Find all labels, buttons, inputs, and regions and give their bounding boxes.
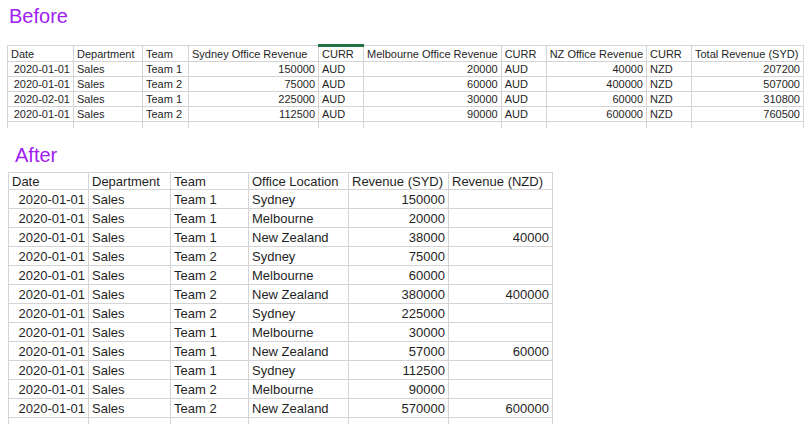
cell[interactable]: 90000: [349, 380, 449, 399]
cell[interactable]: 75000: [349, 247, 449, 266]
cell[interactable]: [449, 361, 553, 380]
cell[interactable]: 600000: [546, 107, 646, 122]
cell[interactable]: 150000: [189, 62, 319, 77]
cell[interactable]: [143, 122, 189, 129]
cell[interactable]: Team 2: [171, 304, 249, 323]
cell[interactable]: [189, 122, 319, 129]
cell[interactable]: Melbourne: [249, 209, 349, 228]
cell[interactable]: 225000: [349, 304, 449, 323]
cell[interactable]: 38000: [349, 228, 449, 247]
cell[interactable]: 2020-01-01: [9, 304, 89, 323]
cell[interactable]: [546, 122, 646, 129]
cell[interactable]: 507000: [692, 77, 804, 92]
cell[interactable]: AUD: [319, 77, 364, 92]
cell[interactable]: New Zealand: [249, 342, 349, 361]
column-header[interactable]: Revenue (SYD): [349, 173, 449, 190]
column-header[interactable]: Department: [74, 46, 143, 62]
cell[interactable]: Sales: [74, 62, 143, 77]
cell[interactable]: 2020-01-01: [9, 285, 89, 304]
cell[interactable]: 60000: [546, 92, 646, 107]
cell[interactable]: Sales: [89, 209, 171, 228]
cell[interactable]: 75000: [189, 77, 319, 92]
cell[interactable]: [501, 122, 546, 129]
cell[interactable]: 570000: [349, 399, 449, 418]
column-header[interactable]: CURR: [319, 46, 364, 62]
cell[interactable]: Team 2: [171, 285, 249, 304]
cell[interactable]: [449, 209, 553, 228]
column-header[interactable]: Total Revenue (SYD): [692, 46, 804, 62]
cell[interactable]: NZD: [647, 62, 692, 77]
cell[interactable]: 30000: [349, 323, 449, 342]
cell[interactable]: 2020-01-01: [9, 399, 89, 418]
cell[interactable]: 60000: [364, 77, 502, 92]
cell[interactable]: Team 1: [171, 228, 249, 247]
cell[interactable]: Sales: [89, 247, 171, 266]
column-header[interactable]: Revenue (NZD): [449, 173, 553, 190]
cell[interactable]: 112500: [189, 107, 319, 122]
cell[interactable]: 380000: [349, 285, 449, 304]
cell[interactable]: 150000: [349, 190, 449, 209]
cell[interactable]: 2020-01-01: [8, 77, 74, 92]
cell[interactable]: Sydney: [249, 190, 349, 209]
cell[interactable]: [692, 122, 804, 129]
cell[interactable]: 2020-01-01: [9, 209, 89, 228]
cell[interactable]: 2020-02-01: [8, 92, 74, 107]
cell[interactable]: [364, 122, 502, 129]
cell[interactable]: 225000: [189, 92, 319, 107]
cell[interactable]: Team 1: [171, 342, 249, 361]
column-header[interactable]: CURR: [501, 46, 546, 62]
cell[interactable]: Sales: [74, 77, 143, 92]
cell[interactable]: [449, 304, 553, 323]
cell[interactable]: Sydney: [249, 361, 349, 380]
cell[interactable]: [449, 380, 553, 399]
cell[interactable]: [449, 266, 553, 285]
cell[interactable]: Team 1: [143, 92, 189, 107]
cell[interactable]: 2020-01-01: [9, 228, 89, 247]
cell[interactable]: 2020-01-01: [9, 361, 89, 380]
cell[interactable]: [449, 247, 553, 266]
cell[interactable]: 400000: [449, 285, 553, 304]
cell[interactable]: Sales: [89, 342, 171, 361]
cell[interactable]: [171, 418, 249, 425]
cell[interactable]: 60000: [349, 266, 449, 285]
cell[interactable]: 400000: [546, 77, 646, 92]
cell[interactable]: AUD: [319, 62, 364, 77]
cell[interactable]: 60000: [449, 342, 553, 361]
column-header[interactable]: Team: [143, 46, 189, 62]
cell[interactable]: AUD: [501, 92, 546, 107]
cell[interactable]: 207200: [692, 62, 804, 77]
cell[interactable]: 2020-01-01: [9, 247, 89, 266]
cell[interactable]: 600000: [449, 399, 553, 418]
cell[interactable]: [249, 418, 349, 425]
cell[interactable]: [449, 190, 553, 209]
cell[interactable]: Team 2: [171, 380, 249, 399]
cell[interactable]: Team 1: [171, 361, 249, 380]
cell[interactable]: Melbourne: [249, 266, 349, 285]
cell[interactable]: 90000: [364, 107, 502, 122]
cell[interactable]: 20000: [349, 209, 449, 228]
cell[interactable]: Sales: [74, 92, 143, 107]
cell[interactable]: 40000: [546, 62, 646, 77]
cell[interactable]: Melbourne: [249, 380, 349, 399]
column-header[interactable]: Melbourne Office Revenue: [364, 46, 502, 62]
cell[interactable]: 30000: [364, 92, 502, 107]
cell[interactable]: [74, 122, 143, 129]
cell[interactable]: AUD: [319, 92, 364, 107]
cell[interactable]: 112500: [349, 361, 449, 380]
cell[interactable]: [9, 418, 89, 425]
cell[interactable]: New Zealand: [249, 228, 349, 247]
cell[interactable]: 2020-01-01: [8, 62, 74, 77]
cell[interactable]: Sales: [89, 304, 171, 323]
cell[interactable]: 40000: [449, 228, 553, 247]
cell[interactable]: [319, 122, 364, 129]
cell[interactable]: 2020-01-01: [9, 380, 89, 399]
cell[interactable]: Sales: [89, 361, 171, 380]
cell[interactable]: AUD: [501, 107, 546, 122]
cell[interactable]: [449, 418, 553, 425]
cell[interactable]: Sydney: [249, 304, 349, 323]
cell[interactable]: New Zealand: [249, 285, 349, 304]
cell[interactable]: [8, 122, 74, 129]
cell[interactable]: NZD: [647, 77, 692, 92]
cell[interactable]: Sales: [89, 323, 171, 342]
cell[interactable]: Sales: [89, 266, 171, 285]
